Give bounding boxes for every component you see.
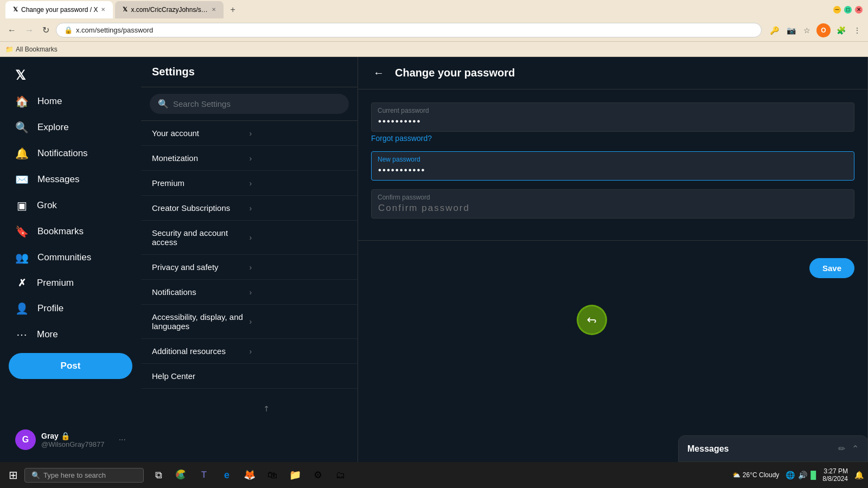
taskbar-app-store[interactable]: 🛍 [262,465,283,485]
messages-compose-button[interactable]: ✏ [838,444,845,454]
lock-icon: 🔒 [64,26,73,34]
browser-profile-icon[interactable]: O [816,23,831,37]
sidebar-item-profile[interactable]: 👤 Profile [9,297,132,320]
settings-header: Settings [141,57,358,87]
taskbar-app-edge[interactable]: e [216,465,237,485]
menu-icon-button[interactable]: ⋮ [852,24,863,36]
new-password-label: New password [378,156,420,163]
grok-icon: ▣ [15,199,28,212]
browser-toolbar: ← → ↻ 🔒 x.com/settings/password 🔑 📷 ☆ O … [0,19,868,42]
star-icon-button[interactable]: ☆ [802,24,812,36]
back-button[interactable]: ← [369,65,388,81]
settings-item-your-account[interactable]: Your account › [141,121,358,146]
settings-item-label-privacy: Privacy and safety [152,262,250,272]
new-password-input[interactable] [371,151,854,181]
communities-icon: 👥 [15,251,29,264]
new-tab-button[interactable]: + [226,3,239,17]
arrow-icon-monetization: › [250,154,347,163]
taskbar-time[interactable]: 3:27 PM 8/8/2024 [822,467,848,483]
taskbar-app-task-view[interactable]: ⧉ [148,465,169,485]
settings-item-label-notifications: Notifications [152,287,250,297]
taskbar-app-firefox[interactable]: 🦊 [239,465,260,485]
save-button[interactable]: Save [809,258,854,278]
screenshot-icon-button[interactable]: 📷 [785,24,797,36]
arrow-icon-your-account: › [250,129,347,138]
sidebar-item-bookmarks[interactable]: 🔖 Bookmarks [9,220,132,243]
sidebar-label-bookmarks: Bookmarks [37,226,84,237]
taskbar-app-teams[interactable]: T [194,465,214,485]
volume-icon[interactable]: 🔊 [798,471,807,479]
taskbar-search-box[interactable]: 🔍 Type here to search [24,468,144,483]
settings-item-accessibility[interactable]: Accessibility, display, and languages › [141,305,358,339]
taskbar-app-explorer[interactable]: 📁 [285,465,305,485]
left-sidebar: 𝕏 🏠 Home 🔍 Explore 🔔 Notifications ✉️ Me… [0,57,141,462]
toolbar-icons: 🔑 📷 ☆ O 🧩 ⋮ [768,23,863,37]
settings-item-label-monetization: Monetization [152,153,250,163]
settings-item-notifications[interactable]: Notifications › [141,280,358,305]
tab-inactive[interactable]: 𝕏 x.com/CricCrazyJohns/status/1t... ✕ [115,1,224,18]
taskbar-weather: ⛅ 26°C Cloudy [732,471,780,479]
forward-nav-button[interactable]: → [23,23,36,37]
notification-center-icon[interactable]: 🔔 [854,471,864,479]
start-button[interactable]: ⊞ [4,466,22,484]
tab-active[interactable]: 𝕏 Change your password / X ✕ [5,1,113,18]
sidebar-item-home[interactable]: 🏠 Home [9,89,132,113]
search-settings-wrapper: 🔍 [141,87,358,121]
date-display: 8/8/2024 [822,475,848,483]
sidebar-item-messages[interactable]: ✉️ Messages [9,168,132,191]
password-form: Current password Forgot password? New pa… [358,89,867,240]
search-input-wrapper[interactable]: 🔍 [150,94,349,114]
user-profile-row[interactable]: G Gray 🔒 @WilsonGray79877 ··· [9,424,132,455]
taskbar-search-placeholder: Type here to search [43,471,106,479]
address-bar[interactable]: 🔒 x.com/settings/password [56,23,762,37]
settings-item-security[interactable]: Security and account access › [141,221,358,255]
sidebar-item-explore[interactable]: 🔍 Explore [9,115,132,139]
key-icon-button[interactable]: 🔑 [768,24,781,36]
taskbar-apps: ⧉ T e 🦊 🛍 📁 ⚙ 🗂 [148,465,351,485]
maximize-button[interactable]: □ [844,6,852,14]
user-more-icon: ··· [119,435,126,445]
tab-title-active: Change your password / X [21,6,98,14]
current-password-field: Current password [371,102,854,132]
bookmarks-label[interactable]: All Bookmarks [16,46,58,53]
sidebar-item-premium[interactable]: ✗ Premium [9,272,132,294]
current-password-input[interactable] [371,102,854,132]
messages-panel: Messages ✏ ⌃ [678,435,868,462]
tab-close-inactive[interactable]: ✕ [212,7,216,12]
minimize-button[interactable]: ─ [833,6,841,14]
bookmarks-nav-icon: 🔖 [15,225,29,238]
sidebar-item-grok[interactable]: ▣ Grok [9,194,132,217]
close-button[interactable]: ✕ [855,6,863,14]
search-settings-input[interactable] [173,99,341,108]
settings-item-label-your-account: Your account [152,129,250,138]
settings-item-creator-subscriptions[interactable]: Creator Subscriptions › [141,196,358,221]
post-button[interactable]: Post [9,353,132,379]
network-icon[interactable]: 🌐 [786,471,795,479]
messages-collapse-button[interactable]: ⌃ [852,444,859,454]
settings-item-premium[interactable]: Premium › [141,171,358,196]
tab-close-active[interactable]: ✕ [101,7,105,12]
window-controls: ─ □ ✕ [833,6,863,14]
confirm-password-input[interactable] [371,189,854,219]
settings-item-privacy[interactable]: Privacy and safety › [141,255,358,280]
taskbar-app-chrome[interactable] [171,465,192,485]
taskbar-app-other[interactable]: 🗂 [330,465,351,485]
settings-item-monetization[interactable]: Monetization › [141,146,358,171]
sidebar-item-communities[interactable]: 👥 Communities [9,246,132,269]
refresh-button[interactable]: ↻ [40,23,52,37]
more-icon: ⋯ [15,328,28,341]
taskbar: ⊞ 🔍 Type here to search ⧉ T e 🦊 🛍 📁 ⚙ 🗂 … [0,462,868,488]
x-logo[interactable]: 𝕏 [9,63,132,87]
forgot-password-link[interactable]: Forgot password? [371,134,854,143]
taskbar-app-settings[interactable]: ⚙ [308,465,328,485]
confirm-password-label: Confirm password [378,194,430,201]
address-text: x.com/settings/password [76,26,754,34]
new-password-field: New password [371,151,854,181]
extensions-icon-button[interactable]: 🧩 [835,24,847,36]
arrow-icon-accessibility: › [250,317,347,326]
sidebar-item-more[interactable]: ⋯ More [9,323,132,346]
back-nav-button[interactable]: ← [5,23,18,37]
sidebar-item-notifications[interactable]: 🔔 Notifications [9,142,132,165]
premium-icon: ✗ [15,277,28,289]
settings-item-help[interactable]: Help Center ↗ [141,364,358,389]
